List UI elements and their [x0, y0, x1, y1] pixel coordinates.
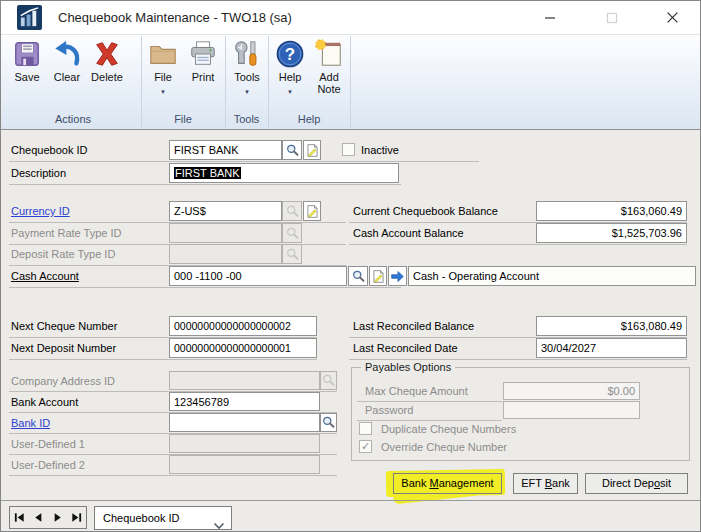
- bank-account-field[interactable]: 123456789: [169, 392, 320, 411]
- nav-previous-button[interactable]: [31, 510, 47, 526]
- payment-rate-lookup-button-disabled: [282, 223, 302, 243]
- maximize-icon: [606, 12, 618, 24]
- help-button[interactable]: ? Help: [270, 39, 310, 93]
- description-label: Description: [11, 167, 66, 179]
- user-defined-1-label: User-Defined 1: [11, 438, 85, 450]
- user-defined-2-field: [169, 455, 320, 474]
- direct-deposit-button[interactable]: Direct Deposit: [585, 473, 688, 494]
- password-field: [503, 401, 640, 419]
- nav-next-button[interactable]: [50, 510, 66, 526]
- titlebar: Chequebook Maintenance - TWO18 (sa): [1, 1, 700, 34]
- ribbon-group-label-file: File: [141, 113, 225, 125]
- currency-id-lookup-button-disabled: [282, 201, 302, 221]
- bank-id-lookup-button[interactable]: [320, 413, 337, 432]
- app-chart-icon: [17, 5, 42, 30]
- chequebook-id-lookup-button[interactable]: [282, 140, 302, 160]
- clear-button[interactable]: Clear: [47, 39, 87, 83]
- delete-button[interactable]: Delete: [87, 39, 127, 83]
- ribbon-group-help: ? Help Add Note Help: [268, 36, 351, 128]
- password-label: Password: [365, 404, 413, 416]
- minimize-icon: [544, 12, 556, 24]
- row-separator: [357, 420, 502, 421]
- currency-id-field[interactable]: Z-US$: [169, 201, 282, 221]
- clear-label: Clear: [54, 71, 80, 83]
- ribbon-group-label-tools: Tools: [225, 113, 268, 125]
- deposit-rate-lookup-button-disabled: [282, 244, 302, 264]
- description-field[interactable]: FIRST BANK: [169, 163, 399, 183]
- add-note-button[interactable]: Add Note: [310, 39, 348, 95]
- user-defined-2-label: User-Defined 2: [11, 459, 85, 471]
- file-label: File: [154, 71, 172, 83]
- direct-deposit-label: Direct Dep: [602, 477, 654, 489]
- ribbon-group-actions: Save Clear Delete Actions: [5, 36, 142, 128]
- ribbon-group-label-actions: Actions: [5, 113, 141, 125]
- cash-account-note-button[interactable]: [369, 266, 387, 286]
- save-button[interactable]: Save: [7, 39, 47, 83]
- folder-icon: [148, 39, 178, 69]
- chevron-down-icon: [213, 515, 225, 523]
- cash-account-expand-button[interactable]: [388, 266, 407, 286]
- maximize-button[interactable]: [594, 1, 630, 34]
- cash-account-link[interactable]: Cash Account: [11, 270, 79, 282]
- save-icon: [12, 39, 42, 69]
- payment-rate-type-id-field: [169, 223, 282, 243]
- row-separator: [9, 161, 479, 162]
- chevron-down-icon: [160, 84, 166, 93]
- ribbon-toolbar: Save Clear Delete Actions File: [1, 34, 700, 130]
- browse-by-select[interactable]: Chequebook ID: [94, 506, 232, 530]
- nav-last-button[interactable]: [69, 510, 85, 526]
- clear-icon: [52, 39, 82, 69]
- file-menu-button[interactable]: File: [143, 39, 183, 93]
- print-button[interactable]: Print: [183, 39, 223, 83]
- cash-account-field[interactable]: 000 -1100 -00: [169, 266, 347, 286]
- chequebook-id-note-button[interactable]: [303, 140, 321, 160]
- magnifier-icon: [285, 226, 300, 241]
- current-chequebook-balance-value: $163,060.49: [536, 201, 687, 221]
- row-separator: [9, 184, 401, 185]
- currency-id-link[interactable]: Currency ID: [11, 205, 70, 217]
- next-deposit-number-label: Next Deposit Number: [11, 342, 116, 354]
- chequebook-id-label: Chequebook ID: [11, 144, 87, 156]
- note-icon: [371, 269, 386, 284]
- user-defined-1-field: [169, 434, 320, 453]
- bank-id-link[interactable]: Bank ID: [11, 417, 50, 429]
- magnifier-icon: [351, 269, 366, 284]
- eft-bank-button[interactable]: EFT Bank: [513, 473, 578, 494]
- close-button[interactable]: [654, 1, 690, 34]
- next-record-icon: [51, 511, 64, 524]
- bank-management-button[interactable]: Bank Management: [393, 473, 502, 494]
- deposit-rate-type-id-field: [169, 244, 282, 264]
- statusbar-separator: [1, 500, 700, 501]
- duplicate-cheque-numbers-checkbox: [359, 422, 372, 435]
- last-reconciled-date-field[interactable]: 30/04/2027: [536, 338, 687, 358]
- minimize-button[interactable]: [532, 1, 568, 34]
- inactive-label: Inactive: [361, 144, 399, 156]
- bank-id-field[interactable]: [169, 413, 320, 432]
- cash-account-balance-label: Cash Account Balance: [353, 227, 464, 239]
- last-record-icon: [70, 511, 83, 524]
- bank-management-label: Bank: [401, 477, 429, 489]
- nav-first-button[interactable]: [12, 510, 28, 526]
- help-icon: ?: [275, 39, 305, 69]
- note-icon: [305, 204, 320, 219]
- cash-account-balance-value: $1,525,703.96: [536, 223, 687, 243]
- magnifier-icon: [321, 373, 336, 388]
- last-reconciled-balance-value: $163,080.49: [536, 316, 687, 336]
- next-cheque-number-field[interactable]: 00000000000000000002: [169, 316, 317, 336]
- magnifier-icon: [285, 204, 300, 219]
- first-record-icon: [13, 511, 26, 524]
- chequebook-maintenance-window: Chequebook Maintenance - TWO18 (sa) Save…: [0, 0, 701, 532]
- company-address-lookup-button-disabled: [320, 371, 337, 390]
- currency-id-note-button[interactable]: [303, 201, 321, 221]
- magnifier-icon: [285, 143, 300, 158]
- payment-rate-type-id-label: Payment Rate Type ID: [11, 227, 121, 239]
- chequebook-id-field[interactable]: FIRST BANK: [169, 140, 282, 160]
- row-separator: [349, 244, 687, 245]
- ribbon-group-file: File Print File: [141, 36, 226, 128]
- window-title: Chequebook Maintenance - TWO18 (sa): [58, 1, 292, 34]
- inactive-checkbox[interactable]: [342, 143, 355, 156]
- printer-icon: [188, 39, 218, 69]
- next-deposit-number-field[interactable]: 00000000000000000001: [169, 338, 317, 358]
- tools-menu-button[interactable]: Tools: [227, 39, 267, 93]
- cash-account-lookup-button[interactable]: [348, 266, 368, 286]
